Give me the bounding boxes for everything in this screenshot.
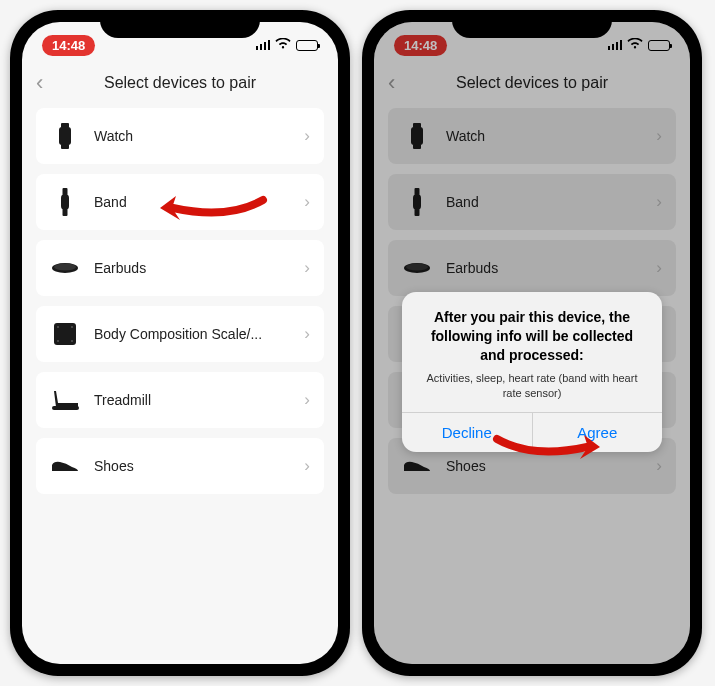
wifi-icon — [275, 37, 291, 53]
device-row-watch[interactable]: Watch › — [388, 108, 676, 164]
signal-icon — [256, 40, 271, 50]
svg-rect-3 — [61, 194, 69, 210]
device-row-shoes[interactable]: Shoes › — [36, 438, 324, 494]
svg-point-9 — [57, 326, 59, 328]
shoes-icon — [50, 451, 80, 481]
screen-right: 14:48 ‹ Select devices to pair Watch › B… — [374, 22, 690, 664]
chevron-right-icon: › — [656, 456, 662, 476]
svg-rect-18 — [415, 188, 420, 195]
screen-left: 14:48 ‹ Select devices to pair Watch › B… — [22, 22, 338, 664]
status-right — [608, 37, 671, 53]
svg-rect-14 — [411, 127, 423, 145]
chevron-right-icon: › — [656, 258, 662, 278]
notch — [100, 10, 260, 38]
device-row-treadmill[interactable]: Treadmill › — [36, 372, 324, 428]
chevron-right-icon: › — [304, 390, 310, 410]
phone-frame-left: 14:48 ‹ Select devices to pair Watch › B… — [10, 10, 350, 676]
svg-rect-17 — [413, 194, 421, 210]
treadmill-icon — [50, 385, 80, 415]
chevron-right-icon: › — [304, 456, 310, 476]
svg-rect-4 — [63, 188, 68, 195]
modal-body: After you pair this device, the followin… — [402, 292, 662, 412]
device-label: Body Composition Scale/... — [94, 326, 304, 342]
svg-rect-19 — [415, 209, 420, 216]
device-label: Earbuds — [94, 260, 304, 276]
page-header: ‹ Select devices to pair — [374, 62, 690, 108]
device-row-earbuds[interactable]: Earbuds › — [388, 240, 676, 296]
decline-button[interactable]: Decline — [402, 413, 533, 452]
page-header: ‹ Select devices to pair — [22, 62, 338, 108]
agree-button[interactable]: Agree — [533, 413, 663, 452]
status-time: 14:48 — [394, 35, 447, 56]
wifi-icon — [627, 37, 643, 53]
device-row-watch[interactable]: Watch › — [36, 108, 324, 164]
svg-rect-0 — [59, 127, 71, 145]
band-icon — [402, 187, 432, 217]
consent-modal: After you pair this device, the followin… — [402, 292, 662, 452]
device-list: Watch › Band › Earbuds › Body Compositio… — [22, 108, 338, 494]
status-time: 14:48 — [42, 35, 95, 56]
phone-frame-right: 14:48 ‹ Select devices to pair Watch › B… — [362, 10, 702, 676]
status-right — [256, 37, 319, 53]
shoes-icon — [402, 451, 432, 481]
svg-point-12 — [71, 340, 73, 342]
device-label: Watch — [446, 128, 656, 144]
svg-rect-5 — [63, 209, 68, 216]
chevron-right-icon: › — [304, 192, 310, 212]
chevron-right-icon: › — [304, 258, 310, 278]
earbuds-icon — [50, 253, 80, 283]
device-label: Band — [446, 194, 656, 210]
device-label: Earbuds — [446, 260, 656, 276]
device-row-band[interactable]: Band › — [388, 174, 676, 230]
svg-point-21 — [406, 264, 428, 271]
chevron-right-icon: › — [304, 324, 310, 344]
device-row-scale[interactable]: Body Composition Scale/... › — [36, 306, 324, 362]
battery-icon — [648, 40, 670, 51]
modal-title: After you pair this device, the followin… — [418, 308, 646, 365]
device-row-earbuds[interactable]: Earbuds › — [36, 240, 324, 296]
battery-icon — [296, 40, 318, 51]
earbuds-icon — [402, 253, 432, 283]
modal-actions: Decline Agree — [402, 412, 662, 452]
device-label: Shoes — [446, 458, 656, 474]
svg-point-10 — [71, 326, 73, 328]
scale-icon — [50, 319, 80, 349]
page-title: Select devices to pair — [388, 74, 676, 92]
chevron-right-icon: › — [304, 126, 310, 146]
watch-icon — [402, 121, 432, 151]
chevron-right-icon: › — [656, 192, 662, 212]
svg-rect-15 — [413, 123, 421, 128]
page-title: Select devices to pair — [36, 74, 324, 92]
svg-rect-1 — [61, 123, 69, 128]
notch — [452, 10, 612, 38]
svg-point-11 — [57, 340, 59, 342]
svg-point-7 — [54, 264, 76, 271]
svg-rect-16 — [413, 144, 421, 149]
svg-rect-13 — [52, 406, 79, 410]
svg-rect-2 — [61, 144, 69, 149]
device-label: Watch — [94, 128, 304, 144]
watch-icon — [50, 121, 80, 151]
modal-detail: Activities, sleep, heart rate (band with… — [418, 371, 646, 401]
device-label: Band — [94, 194, 304, 210]
band-icon — [50, 187, 80, 217]
device-row-band[interactable]: Band › — [36, 174, 324, 230]
device-label: Treadmill — [94, 392, 304, 408]
device-label: Shoes — [94, 458, 304, 474]
chevron-right-icon: › — [656, 126, 662, 146]
signal-icon — [608, 40, 623, 50]
